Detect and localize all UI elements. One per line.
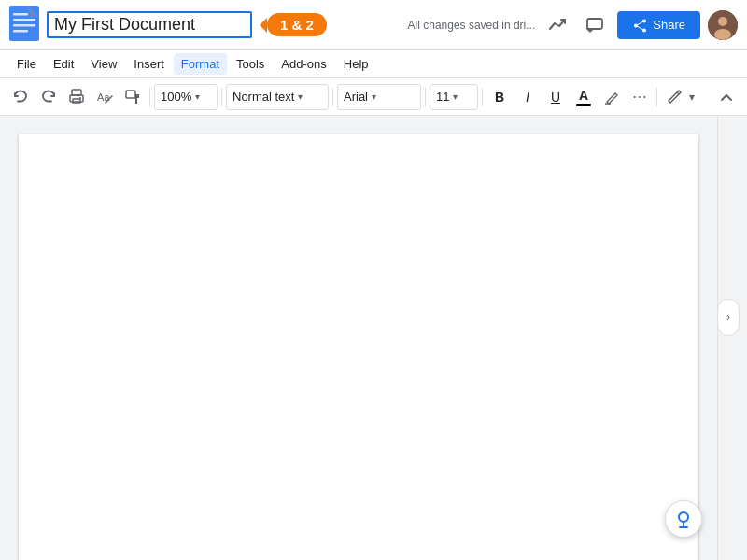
italic-button[interactable]: I xyxy=(514,84,541,110)
divider-5 xyxy=(482,88,483,106)
document-scroll[interactable] xyxy=(0,116,717,560)
document-page[interactable] xyxy=(19,134,698,560)
svg-rect-14 xyxy=(126,91,135,98)
svg-rect-9 xyxy=(72,90,81,95)
font-arrow: ▾ xyxy=(372,91,376,102)
menu-tools[interactable]: Tools xyxy=(229,53,272,75)
svg-rect-0 xyxy=(9,6,39,41)
annotation-badge: 1 & 2 xyxy=(267,13,327,36)
sidebar-collapse-button[interactable]: › xyxy=(717,299,740,336)
save-status: All changes saved in dri... xyxy=(408,19,536,32)
doc-icon xyxy=(9,6,39,44)
paint-format-button[interactable] xyxy=(120,84,146,110)
zoom-select[interactable]: 100% ▾ xyxy=(154,84,218,110)
explore-button[interactable] xyxy=(665,500,702,538)
svg-rect-4 xyxy=(13,30,28,33)
bold-button[interactable]: B xyxy=(486,84,513,110)
font-size-select[interactable]: 11 ▾ xyxy=(430,84,478,110)
font-color-icon: A xyxy=(576,88,591,106)
svg-point-8 xyxy=(714,29,731,40)
svg-rect-11 xyxy=(73,99,80,103)
title-area: 1 & 2 xyxy=(47,11,401,38)
svg-point-7 xyxy=(718,17,727,26)
share-label: Share xyxy=(653,18,685,32)
style-arrow: ▾ xyxy=(298,91,303,102)
spellcheck-button[interactable]: Aa xyxy=(92,84,118,110)
menu-insert[interactable]: Insert xyxy=(126,53,172,75)
svg-rect-5 xyxy=(587,19,602,29)
underline-button[interactable]: U xyxy=(543,84,569,110)
collapse-toolbar-button[interactable] xyxy=(713,84,740,110)
font-select[interactable]: Arial ▾ xyxy=(337,84,421,110)
style-select[interactable]: Normal text ▾ xyxy=(226,84,329,110)
font-color-button[interactable]: A xyxy=(571,84,597,110)
highlight-button[interactable] xyxy=(599,84,625,110)
divider-4 xyxy=(425,88,426,106)
menu-help[interactable]: Help xyxy=(336,53,376,75)
svg-rect-2 xyxy=(13,19,35,21)
svg-point-12 xyxy=(79,97,81,99)
main-area xyxy=(0,116,747,560)
svg-rect-1 xyxy=(13,13,28,16)
redo-button[interactable] xyxy=(35,84,62,110)
menu-view[interactable]: View xyxy=(83,53,124,75)
divider-6 xyxy=(656,88,657,106)
menu-bar: File Edit View Insert Format Tools Add-o… xyxy=(0,50,747,78)
zoom-arrow: ▾ xyxy=(195,91,200,102)
menu-format[interactable]: Format xyxy=(174,53,227,75)
menu-addons[interactable]: Add-ons xyxy=(274,53,333,75)
svg-text:Aa: Aa xyxy=(97,91,110,103)
undo-button[interactable] xyxy=(7,84,34,110)
edit-mode-button[interactable] xyxy=(661,84,687,110)
top-bar: 1 & 2 All changes saved in dri... Share xyxy=(0,0,747,50)
divider-1 xyxy=(149,88,150,106)
menu-file[interactable]: File xyxy=(9,53,44,75)
fontsize-arrow: ▾ xyxy=(453,91,458,102)
edit-mode-arrow[interactable]: ▾ xyxy=(689,91,695,104)
svg-line-16 xyxy=(677,92,679,94)
more-options-button[interactable]: ⋯ xyxy=(627,84,653,110)
share-button[interactable]: Share xyxy=(617,11,700,39)
trending-icon-btn[interactable] xyxy=(543,10,572,40)
divider-2 xyxy=(221,88,222,106)
menu-edit[interactable]: Edit xyxy=(46,53,81,75)
top-right-actions: All changes saved in dri... Share xyxy=(408,10,738,40)
divider-3 xyxy=(332,88,333,106)
toolbar: Aa 100% ▾ Normal text ▾ Arial ▾ 11 ▾ B xyxy=(0,78,747,116)
comment-icon-btn[interactable] xyxy=(580,10,610,40)
right-sidebar xyxy=(717,116,747,560)
svg-point-17 xyxy=(679,512,688,522)
svg-rect-3 xyxy=(13,24,35,27)
document-title-input[interactable] xyxy=(47,11,252,38)
avatar[interactable] xyxy=(708,10,738,40)
print-button[interactable] xyxy=(63,84,90,110)
